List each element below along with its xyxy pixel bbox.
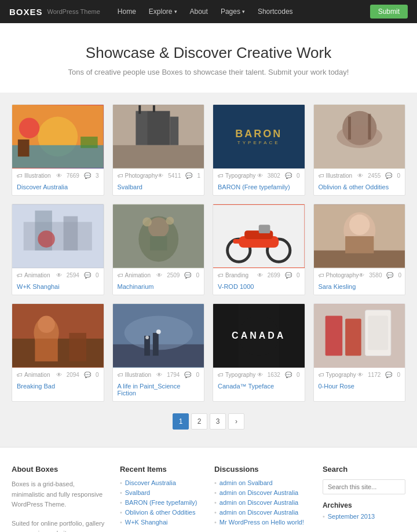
svg-point-3 xyxy=(19,118,39,138)
comments-icon: 💬 xyxy=(285,372,292,378)
card-meta: 🏷 Illustration 👁 1794 💬 0 xyxy=(113,368,204,380)
card-meta: 🏷 Photography 👁 5411 💬 1 xyxy=(113,168,204,181)
page-3-button[interactable]: 3 xyxy=(210,413,226,430)
card-title[interactable]: Svalbard xyxy=(113,181,204,195)
card-stats: 👁 2455 💬 0 xyxy=(357,173,400,179)
tag-icon: 🏷 xyxy=(319,372,324,378)
list-item[interactable]: 🏷 Illustration 👁 7669 💬 3 Discover Austr… xyxy=(12,104,104,196)
card-title[interactable]: Discover Australia xyxy=(12,181,104,195)
page-1-button[interactable]: 1 xyxy=(173,413,189,430)
card-title[interactable]: BARON (Free typefamily) xyxy=(213,181,305,195)
submit-button[interactable]: Submit xyxy=(370,5,408,19)
card-title[interactable]: Canada™ Typeface xyxy=(213,380,305,394)
card-meta: 🏷 Typography 👁 3802 💬 0 xyxy=(213,168,305,181)
card-title[interactable]: W+K Shanghai xyxy=(12,281,104,295)
list-item[interactable]: 🏷 Photography 👁 5411 💬 1 Svalbard xyxy=(112,104,205,196)
hero-subtitle: Tons of creative people use Boxes to sho… xyxy=(12,68,405,76)
card-title[interactable]: Sara Kiesling xyxy=(314,281,405,295)
nav-home[interactable]: Home xyxy=(112,5,142,18)
card-thumbnail xyxy=(314,304,405,368)
tag-icon: 🏷 xyxy=(118,272,123,278)
archive-link[interactable]: September 2013 xyxy=(323,513,405,520)
tag-icon: 🏷 xyxy=(319,173,324,179)
list-item[interactable]: Mr WordPress on Hello world! xyxy=(214,519,311,526)
page-next-button[interactable]: › xyxy=(228,413,244,430)
list-item[interactable]: 🏷 Animation 👁 2594 💬 0 W+K Shanghai xyxy=(12,204,104,295)
list-item[interactable]: W+K Shanghai xyxy=(120,519,203,526)
comments-icon: 💬 xyxy=(184,272,191,278)
list-item[interactable]: Oblivion & other Oddities xyxy=(120,509,203,516)
list-item[interactable]: Svalbard xyxy=(120,489,203,496)
tag-icon: 🏷 xyxy=(218,173,224,179)
card-title[interactable]: V-ROD 1000 xyxy=(213,281,305,295)
list-item[interactable]: BARON (Free typefamily) xyxy=(120,499,203,506)
comments-icon: 💬 xyxy=(385,173,392,179)
list-item[interactable]: Discover Australia xyxy=(120,479,203,486)
card-category: 🏷 Animation xyxy=(118,272,151,278)
svg-rect-19 xyxy=(24,222,92,250)
svg-rect-57 xyxy=(325,316,342,356)
nav-explore[interactable]: Explore ▾ xyxy=(143,5,183,18)
card-title[interactable]: Machinarium xyxy=(113,281,204,295)
svg-point-22 xyxy=(38,230,55,248)
svg-point-15 xyxy=(336,125,382,148)
list-item[interactable]: 🏷 Animation 👁 2094 💬 0 Breaking Bad xyxy=(12,303,104,402)
card-thumbnail: CANADA xyxy=(213,304,305,368)
navbar: BOXES WordPress Theme Home Explore ▾ Abo… xyxy=(0,0,417,23)
card-thumbnail xyxy=(12,105,104,168)
card-category: 🏷 Illustration xyxy=(118,372,152,378)
comments-icon: 💬 xyxy=(385,372,392,378)
svg-rect-51 xyxy=(152,333,158,355)
list-item[interactable]: 🏷 Illustration 👁 2455 💬 0 Oblivion & oth… xyxy=(313,104,406,196)
card-title[interactable]: Oblivion & other Oddities xyxy=(314,181,405,195)
card-meta: 🏷 Animation 👁 2509 💬 0 xyxy=(113,268,204,281)
card-title[interactable]: A life in Paint_Science Fiction xyxy=(113,380,204,401)
tag-icon: 🏷 xyxy=(17,372,23,378)
nav-about[interactable]: About xyxy=(184,5,214,18)
card-meta: 🏷 Typography 👁 1172 💬 0 xyxy=(314,368,405,380)
search-input[interactable] xyxy=(323,479,405,494)
nav-shortcodes[interactable]: Shortcodes xyxy=(252,5,299,18)
card-stats: 👁 1794 💬 0 xyxy=(156,372,199,378)
card-category: 🏷 Typography xyxy=(319,372,356,378)
list-item[interactable]: admin on Discover Australia xyxy=(214,489,311,496)
list-item[interactable]: admin on Discover Australia xyxy=(214,509,311,516)
svg-rect-16 xyxy=(348,117,351,140)
footer-search: Search Archives September 2013 xyxy=(323,465,405,532)
views-icon: 👁 xyxy=(56,372,62,378)
card-title[interactable]: 0-Hour Rose xyxy=(314,380,405,394)
tag-icon: 🏷 xyxy=(218,372,224,378)
svg-rect-9 xyxy=(170,117,178,145)
page-2-button[interactable]: 2 xyxy=(191,413,207,430)
list-item[interactable]: 🏷 Typography 👁 1172 💬 0 0-Hour Rose xyxy=(313,303,406,402)
nav-links: Home Explore ▾ About Pages ▾ Shortcodes xyxy=(112,5,370,18)
list-item[interactable]: admin on Svalbard xyxy=(214,479,311,486)
card-meta: 🏷 Branding 👁 2699 💬 0 xyxy=(213,268,305,281)
card-stats: 👁 1172 💬 0 xyxy=(357,372,400,378)
list-item[interactable]: 🏷 Illustration 👁 1794 💬 0 A life in Pain… xyxy=(112,303,205,402)
list-item[interactable]: 🏷 Animation 👁 2509 💬 0 Machinarium xyxy=(112,204,205,295)
comments-icon: 💬 xyxy=(185,173,192,179)
list-item[interactable]: 🏷 Branding 👁 2699 💬 0 V-ROD 1000 xyxy=(213,204,305,295)
views-icon: 👁 xyxy=(359,272,364,278)
brand-subtitle: WordPress Theme xyxy=(47,8,100,15)
about-heading: About Boxes xyxy=(12,465,108,474)
views-icon: 👁 xyxy=(257,173,263,179)
footer-discussions: Discussions admin on Svalbard admin on D… xyxy=(214,465,311,532)
tag-icon: 🏷 xyxy=(17,272,23,278)
discussions-heading: Discussions xyxy=(214,465,311,474)
list-item[interactable]: CANADA 🏷 Typography 👁 1632 💬 0 Canada™ T… xyxy=(213,303,305,402)
list-item[interactable]: BARON TYPEFACE 🏷 Typography 👁 3802 💬 0 B… xyxy=(213,104,305,196)
comments-icon: 💬 xyxy=(84,272,91,278)
discussions-list: admin on Svalbard admin on Discover Aust… xyxy=(214,479,311,526)
search-heading: Search xyxy=(323,465,405,474)
views-icon: 👁 xyxy=(56,173,62,179)
list-item[interactable]: 🏷 Photography 👁 3580 💬 0 Sara Kiesling xyxy=(313,204,406,295)
comments-icon: 💬 xyxy=(285,173,292,179)
nav-pages[interactable]: Pages ▾ xyxy=(215,5,251,18)
card-title[interactable]: Breaking Bad xyxy=(12,380,104,394)
list-item[interactable]: admin on Discover Australia xyxy=(214,499,311,506)
card-meta: 🏷 Photography 👁 3580 💬 0 xyxy=(314,268,405,281)
card-meta: 🏷 Illustration 👁 2455 💬 0 xyxy=(314,168,405,181)
card-meta: 🏷 Illustration 👁 7669 💬 3 xyxy=(12,168,104,181)
